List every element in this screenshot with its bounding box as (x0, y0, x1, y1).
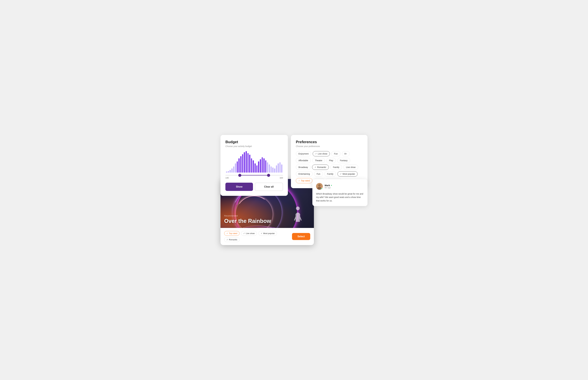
tag-label: 8+ (345, 152, 347, 155)
preference-tag[interactable]: Broadway (296, 165, 310, 170)
online-indicator: ● (331, 184, 332, 186)
histogram-bar (242, 154, 243, 172)
range-thumb-left[interactable] (238, 174, 241, 177)
histogram-bar (246, 151, 247, 172)
preference-tag[interactable]: Live show (344, 165, 358, 170)
preference-tag[interactable]: Family (324, 171, 336, 176)
histogram-bar (274, 169, 275, 172)
histogram-bar (281, 164, 282, 172)
tag-label: Affordable (298, 159, 308, 162)
histogram-bar (253, 160, 254, 172)
histogram-bar (251, 158, 252, 172)
histogram-bar (278, 163, 279, 172)
online-dot (321, 188, 323, 190)
svg-point-1 (318, 184, 321, 187)
tag-label: Fun (317, 173, 320, 175)
clear-button[interactable]: Clear all (255, 183, 283, 191)
range-max-label: 320 (280, 177, 283, 179)
tag-label: Family (327, 173, 333, 175)
show-footer-tag[interactable]: ✓Top rated (224, 231, 240, 236)
footer-tag-check-icon: ✓ (261, 232, 263, 234)
histogram-bar (255, 163, 256, 172)
show-footer-tag[interactable]: ✓Romantic (224, 237, 240, 242)
show-footer-tag[interactable]: ✓Live show (241, 231, 257, 236)
preference-tag[interactable]: Fantasy (337, 158, 350, 163)
histogram-bar (237, 161, 238, 172)
histogram-bar (226, 171, 227, 172)
histogram-bar (256, 165, 258, 172)
preference-tag[interactable]: ✓Live show (313, 151, 330, 156)
histogram-bar (247, 153, 249, 172)
preference-tag[interactable]: ✓Top rated (296, 178, 312, 183)
preference-tag[interactable]: 8+ (342, 151, 350, 156)
range-fill (240, 175, 269, 175)
show-footer-tag[interactable]: ✓Most popular (259, 231, 277, 236)
chat-user-info: Mark ● 8m ago (325, 184, 332, 189)
tag-label: Fun (334, 152, 338, 155)
histogram-bar (271, 167, 272, 172)
budget-buttons: Show Clear all (225, 183, 283, 191)
tag-label: Entertaining (298, 173, 310, 175)
histogram-bar (280, 162, 281, 172)
recommended-label: Recommended (224, 215, 271, 217)
tag-label: Play (329, 159, 333, 162)
tag-label: Family (333, 166, 339, 169)
preferences-title: Preferences (296, 140, 363, 144)
footer-tag-label: Top rated (229, 232, 237, 234)
show-footer-tags: ✓Top rated✓Live show✓Most popular✓Romant… (224, 231, 292, 242)
tag-label: Theatre (315, 159, 322, 162)
range-labels: 140 320 (225, 177, 283, 179)
tag-label: Live show (318, 152, 327, 155)
chat-time: 8m ago (325, 187, 332, 189)
histogram-bar (265, 160, 266, 172)
preferences-subtitle: Choose your preferences (296, 145, 363, 148)
preference-tag[interactable]: Affordable (296, 158, 311, 163)
preference-tag[interactable]: Fun (314, 171, 323, 176)
histogram-bar (228, 171, 229, 172)
histogram-bar (263, 158, 264, 172)
tag-check-icon: ✓ (315, 166, 316, 168)
histogram-bar (229, 170, 231, 172)
select-button[interactable]: Select (292, 233, 310, 240)
footer-tag-check-icon: ✓ (226, 239, 228, 241)
range-area (225, 175, 283, 175)
preference-tag[interactable]: Play (326, 158, 336, 163)
histogram-bar (276, 165, 277, 172)
tag-label: Most popular (343, 173, 355, 175)
show-button[interactable]: Show (225, 183, 253, 191)
preference-tag[interactable]: Family (330, 165, 342, 170)
histogram-bar (235, 163, 236, 172)
footer-tag-label: Live show (246, 232, 255, 234)
range-thumb-right[interactable] (267, 174, 270, 177)
budget-subtitle: Choose your activity budget (225, 145, 283, 148)
tag-check-icon: ✓ (340, 173, 342, 175)
show-title: Over the Rainbow (224, 218, 271, 224)
tag-check-orange-icon: ✓ (298, 180, 300, 182)
tag-check-icon: ✓ (315, 153, 317, 155)
histogram-bar (244, 152, 245, 172)
range-min-label: 140 (225, 177, 229, 179)
histogram-bar (262, 157, 263, 172)
tags-container: Enjoyment✓Live showFun8+AffordableTheatr… (296, 151, 363, 183)
footer-tag-label: Most popular (263, 232, 275, 234)
budget-title: Budget (225, 140, 283, 144)
budget-card: Budget Choose your activity budget 140 3… (221, 135, 288, 196)
range-track (225, 175, 283, 175)
histogram-bar (269, 164, 270, 172)
histogram-bar (233, 167, 234, 172)
chat-header: Mark ● 8m ago (316, 183, 364, 190)
histogram-bar (240, 156, 242, 172)
tag-label: Romantic (317, 166, 326, 169)
preference-tag[interactable]: Enjoyment (296, 151, 311, 156)
tag-label: Live show (346, 166, 356, 169)
preference-tag[interactable]: ✓Most popular (338, 171, 358, 176)
chat-user-name: Mark (325, 184, 330, 187)
preference-tag[interactable]: Fun (331, 151, 340, 156)
histogram-bar (238, 158, 240, 172)
preference-tag[interactable]: Entertaining (296, 171, 313, 176)
tag-label: Fantasy (340, 159, 348, 162)
preference-tag[interactable]: ✓Romantic (312, 165, 329, 170)
footer-tag-check-icon: ✓ (243, 232, 245, 234)
preference-tag[interactable]: Theatre (312, 158, 325, 163)
histogram-bar (231, 169, 233, 172)
